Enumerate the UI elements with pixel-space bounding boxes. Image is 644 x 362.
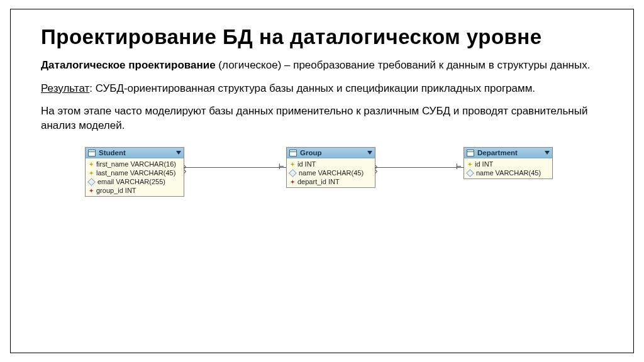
column-row: email VARCHAR(255): [86, 177, 184, 186]
field-icon: [87, 178, 96, 186]
table-icon: [467, 150, 474, 156]
entity-student: Student ✦first_name VARCHAR(16) ✦last_na…: [85, 147, 184, 197]
er-diagram: Student ✦first_name VARCHAR(16) ✦last_na…: [41, 142, 603, 249]
chevron-down-icon: [545, 151, 550, 155]
entity-name: Department: [477, 149, 518, 156]
column-row: ✦depart_id INT: [287, 177, 375, 186]
paragraph-definition: Даталогическое проектирование (логическо…: [41, 58, 603, 73]
para2-rest: : СУБД-ориентированная структура базы да…: [89, 82, 535, 94]
entity-columns: ✦first_name VARCHAR(16) ✦last_name VARCH…: [86, 158, 184, 196]
entity-group: Group ✦id INT name VARCHAR(45) ✦depart_i…: [286, 147, 375, 188]
entity-header: Student: [86, 148, 184, 158]
body-text: Даталогическое проектирование (логическо…: [41, 58, 603, 134]
one-icon: ⊢: [456, 161, 461, 171]
table-icon: [88, 150, 96, 156]
chevron-down-icon: [367, 151, 372, 155]
field-icon: [289, 169, 297, 177]
key-icon: ✦: [88, 162, 94, 167]
key-icon: ✦: [467, 162, 472, 167]
column-row: name VARCHAR(45): [287, 168, 375, 177]
term-bold: Даталогическое проектирование: [41, 59, 216, 71]
column-row: ✦id INT: [464, 160, 552, 168]
key-icon: ✦: [88, 170, 94, 176]
fk-icon: ✦: [289, 179, 295, 185]
entity-name: Group: [300, 149, 322, 156]
column-row: ✦group_id INT: [86, 186, 184, 195]
one-icon: ⊢: [279, 161, 284, 171]
relation-line: [375, 167, 464, 168]
table-icon: [289, 150, 297, 156]
column-row: name VARCHAR(45): [464, 168, 552, 177]
entity-header: Group: [287, 148, 375, 158]
para1-rest: (логическое) – преобразование требований…: [216, 59, 591, 71]
column-row: ✦last_name VARCHAR(45): [86, 168, 184, 177]
field-icon: [466, 169, 474, 177]
entity-name: Student: [99, 149, 126, 156]
paragraph-note: На этом этапе часто моделируют базы данн…: [41, 104, 603, 133]
slide-frame: Проектирование БД на даталогическом уров…: [10, 9, 634, 353]
key-icon: ✦: [289, 162, 295, 167]
entity-department: Department ✦id INT name VARCHAR(45): [464, 147, 553, 179]
crowfoot-icon: ›: [374, 166, 379, 176]
entity-columns: ✦id INT name VARCHAR(45): [464, 158, 552, 178]
paragraph-result: Результат: СУБД-ориентированная структур…: [41, 82, 603, 96]
relation-line: [184, 167, 286, 168]
crowfoot-icon: ›: [182, 166, 187, 176]
column-row: ✦id INT: [287, 160, 375, 168]
entity-columns: ✦id INT name VARCHAR(45) ✦depart_id INT: [287, 158, 375, 187]
fk-icon: ✦: [88, 188, 94, 194]
entity-header: Department: [464, 148, 552, 158]
column-row: ✦first_name VARCHAR(16): [86, 160, 184, 168]
result-label: Результат: [41, 82, 89, 94]
page-title: Проектирование БД на даталогическом уров…: [41, 25, 603, 50]
chevron-down-icon: [176, 151, 181, 155]
